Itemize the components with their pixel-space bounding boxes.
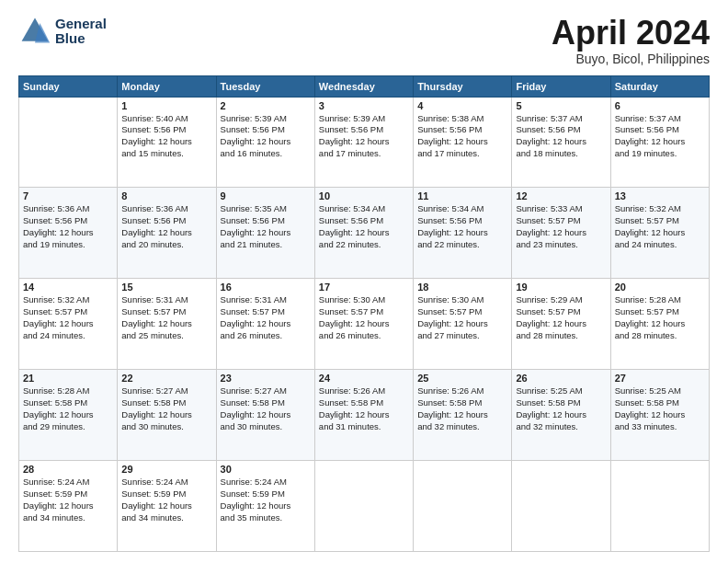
cell-info: Sunset: 5:57 PM [615, 215, 705, 227]
weekday-header: Monday [118, 75, 216, 97]
cell-info: Sunrise: 5:40 AM [121, 113, 211, 125]
day-number: 16 [221, 282, 311, 293]
cell-info: Sunrise: 5:38 AM [417, 113, 507, 125]
cell-info: and 28 minutes. [615, 330, 705, 342]
cell-info: and 31 minutes. [319, 421, 409, 433]
cell-info: and 26 minutes. [319, 330, 409, 342]
cell-info: Sunset: 5:59 PM [121, 488, 211, 500]
cell-info: and 18 minutes. [516, 148, 606, 160]
cell-info: Sunrise: 5:24 AM [121, 477, 211, 488]
cell-info: and 19 minutes. [615, 148, 705, 160]
calendar-cell: 24Sunrise: 5:26 AMSunset: 5:58 PMDayligh… [314, 370, 413, 461]
header: General Blue April 2024 Buyo, Bicol, Phi… [18, 15, 710, 66]
day-number: 18 [417, 282, 507, 293]
calendar-cell: 11Sunrise: 5:34 AMSunset: 5:56 PMDayligh… [414, 188, 512, 279]
cell-info: and 19 minutes. [23, 239, 113, 251]
cell-info: and 30 minutes. [121, 421, 211, 433]
cell-info: Daylight: 12 hours [221, 136, 311, 148]
cell-info: and 35 minutes. [221, 512, 311, 524]
day-number: 28 [23, 464, 113, 475]
cell-info: Sunset: 5:59 PM [221, 488, 311, 500]
calendar-week-row: 28Sunrise: 5:24 AMSunset: 5:59 PMDayligh… [19, 461, 710, 552]
logo: General Blue [18, 15, 107, 48]
calendar-cell: 6Sunrise: 5:37 AMSunset: 5:56 PMDaylight… [610, 97, 709, 188]
cell-info: Daylight: 12 hours [221, 409, 311, 421]
cell-info: and 23 minutes. [516, 239, 606, 251]
cell-info: and 22 minutes. [319, 239, 409, 251]
cell-info: Daylight: 12 hours [516, 227, 606, 239]
cell-info: and 25 minutes. [121, 330, 211, 342]
cell-info: Sunset: 5:57 PM [417, 306, 507, 318]
calendar-cell: 28Sunrise: 5:24 AMSunset: 5:59 PMDayligh… [19, 461, 118, 552]
cell-info: and 17 minutes. [417, 148, 507, 160]
cell-info: Daylight: 12 hours [319, 136, 409, 148]
cell-info: and 17 minutes. [319, 148, 409, 160]
cell-info: Sunset: 5:56 PM [121, 215, 211, 227]
cell-info: Sunset: 5:57 PM [121, 306, 211, 318]
calendar-cell [314, 461, 413, 552]
cell-info: Sunrise: 5:39 AM [221, 113, 311, 125]
cell-info: and 15 minutes. [121, 148, 211, 160]
calendar-week-row: 21Sunrise: 5:28 AMSunset: 5:58 PMDayligh… [19, 370, 710, 461]
calendar-cell: 26Sunrise: 5:25 AMSunset: 5:58 PMDayligh… [512, 370, 610, 461]
cell-info: Daylight: 12 hours [615, 227, 705, 239]
cell-info: Sunset: 5:57 PM [516, 215, 606, 227]
day-number: 17 [319, 282, 409, 293]
cell-info: Sunset: 5:57 PM [516, 306, 606, 318]
calendar-cell: 8Sunrise: 5:36 AMSunset: 5:56 PMDaylight… [118, 188, 216, 279]
calendar-cell: 23Sunrise: 5:27 AMSunset: 5:58 PMDayligh… [216, 370, 314, 461]
cell-info: Sunrise: 5:37 AM [615, 113, 705, 125]
logo-text: General Blue [55, 17, 107, 47]
day-number: 7 [23, 190, 113, 201]
day-number: 21 [23, 373, 113, 384]
day-number: 4 [417, 100, 507, 111]
cell-info: and 27 minutes. [417, 330, 507, 342]
cell-info: Daylight: 12 hours [516, 136, 606, 148]
calendar-cell: 1Sunrise: 5:40 AMSunset: 5:56 PMDaylight… [118, 97, 216, 188]
weekday-header: Tuesday [216, 75, 314, 97]
cell-info: Sunrise: 5:25 AM [516, 385, 606, 397]
calendar-cell: 5Sunrise: 5:37 AMSunset: 5:56 PMDaylight… [512, 97, 610, 188]
day-number: 24 [319, 373, 409, 384]
calendar-week-row: 7Sunrise: 5:36 AMSunset: 5:56 PMDaylight… [19, 188, 710, 279]
cell-info: Sunrise: 5:30 AM [417, 294, 507, 306]
cell-info: Sunset: 5:56 PM [221, 124, 311, 136]
calendar-cell: 27Sunrise: 5:25 AMSunset: 5:58 PMDayligh… [610, 370, 709, 461]
cell-info: Sunrise: 5:34 AM [319, 203, 409, 215]
calendar-cell: 7Sunrise: 5:36 AMSunset: 5:56 PMDaylight… [19, 188, 118, 279]
cell-info: Daylight: 12 hours [221, 318, 311, 330]
cell-info: Sunset: 5:57 PM [23, 306, 113, 318]
cell-info: Sunrise: 5:27 AM [121, 385, 211, 397]
cell-info: and 29 minutes. [23, 421, 113, 433]
calendar-cell [414, 461, 512, 552]
cell-info: Sunrise: 5:37 AM [516, 113, 606, 125]
calendar-cell: 14Sunrise: 5:32 AMSunset: 5:57 PMDayligh… [19, 279, 118, 370]
cell-info: Sunset: 5:58 PM [221, 397, 311, 409]
cell-info: Daylight: 12 hours [516, 318, 606, 330]
calendar-header-row: SundayMondayTuesdayWednesdayThursdayFrid… [19, 75, 710, 97]
cell-info: Sunset: 5:58 PM [516, 397, 606, 409]
calendar-cell: 18Sunrise: 5:30 AMSunset: 5:57 PMDayligh… [414, 279, 512, 370]
cell-info: Sunrise: 5:31 AM [221, 294, 311, 306]
calendar-week-row: 14Sunrise: 5:32 AMSunset: 5:57 PMDayligh… [19, 279, 710, 370]
calendar-table: SundayMondayTuesdayWednesdayThursdayFrid… [18, 75, 710, 552]
cell-info: Sunset: 5:58 PM [417, 397, 507, 409]
cell-info: Daylight: 12 hours [615, 136, 705, 148]
calendar-week-row: 1Sunrise: 5:40 AMSunset: 5:56 PMDaylight… [19, 97, 710, 188]
logo-line1: General [55, 17, 107, 32]
day-number: 27 [615, 373, 705, 384]
cell-info: Sunset: 5:56 PM [319, 215, 409, 227]
cell-info: Sunrise: 5:31 AM [121, 294, 211, 306]
cell-info: Sunrise: 5:26 AM [319, 385, 409, 397]
cell-info: and 20 minutes. [121, 239, 211, 251]
cell-info: Sunrise: 5:25 AM [615, 385, 705, 397]
cell-info: Sunrise: 5:32 AM [615, 203, 705, 215]
cell-info: Daylight: 12 hours [417, 409, 507, 421]
cell-info: Sunset: 5:58 PM [23, 397, 113, 409]
cell-info: Daylight: 12 hours [615, 409, 705, 421]
cell-info: Daylight: 12 hours [417, 318, 507, 330]
cell-info: and 34 minutes. [23, 512, 113, 524]
cell-info: Daylight: 12 hours [221, 500, 311, 512]
cell-info: and 30 minutes. [221, 421, 311, 433]
calendar-cell [19, 97, 118, 188]
